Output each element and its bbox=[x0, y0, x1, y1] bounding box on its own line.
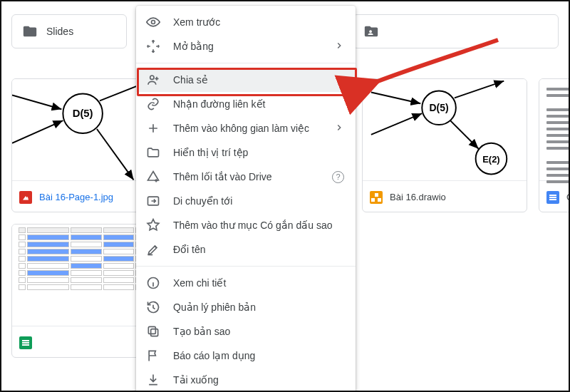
menu-separator bbox=[136, 63, 356, 63]
menu-label: Quản lý phiên bản bbox=[173, 301, 256, 313]
history-icon bbox=[146, 300, 160, 314]
folder-icon bbox=[22, 24, 38, 39]
svg-point-15 bbox=[152, 21, 155, 24]
folder-chip-slides[interactable]: Slides bbox=[11, 14, 127, 48]
sheet-file-icon bbox=[19, 336, 32, 349]
menu-label: Báo cáo lạm dụng bbox=[173, 350, 255, 361]
open-with-icon bbox=[146, 39, 160, 53]
menu-separator bbox=[136, 266, 356, 267]
svg-text:D(5): D(5) bbox=[73, 108, 93, 119]
svg-text:D(5): D(5) bbox=[430, 102, 449, 113]
menu-label: Tải xuống bbox=[173, 374, 219, 386]
menu-label: Xem trước bbox=[173, 16, 220, 28]
menu-item-open-with[interactable]: Mở bằng bbox=[136, 34, 356, 58]
menu-item-versions[interactable]: Quản lý phiên bản bbox=[136, 295, 356, 319]
menu-label: Nhận đường liên kết bbox=[173, 98, 265, 110]
rename-icon bbox=[146, 242, 160, 257]
file-name: Bài 16-Page-1.jpg bbox=[39, 192, 113, 202]
menu-item-make-copy[interactable]: Tạo bản sao bbox=[136, 319, 356, 344]
file-thumbnail bbox=[539, 79, 570, 180]
context-menu: Xem trước Mở bằng Chia sẻ Nhận đường liê… bbox=[136, 6, 356, 392]
menu-label: Hiển thị vị trí tệp bbox=[173, 147, 248, 158]
menu-label: Tạo bản sao bbox=[173, 326, 230, 337]
eye-icon bbox=[146, 15, 160, 29]
svg-line-4 bbox=[12, 120, 63, 143]
drawio-file-icon bbox=[370, 191, 383, 204]
file-name: Chăm sóc khách hàng bbox=[566, 192, 570, 202]
chip-label: Slides bbox=[46, 26, 73, 37]
svg-rect-20 bbox=[148, 326, 155, 334]
chevron-right-icon bbox=[334, 41, 344, 53]
download-icon bbox=[146, 373, 160, 387]
menu-item-show-location[interactable]: Hiển thị vị trí tệp bbox=[136, 140, 356, 165]
svg-line-11 bbox=[371, 92, 420, 103]
link-icon bbox=[146, 97, 160, 111]
svg-line-3 bbox=[12, 95, 61, 109]
star-icon bbox=[146, 218, 160, 232]
menu-item-get-link[interactable]: Nhận đường liên kết bbox=[136, 92, 356, 116]
svg-point-16 bbox=[150, 76, 154, 79]
svg-line-6 bbox=[97, 129, 134, 180]
svg-text:E(2): E(2) bbox=[482, 154, 499, 165]
drive-shortcut-icon bbox=[146, 170, 160, 184]
menu-item-details[interactable]: Xem chi tiết bbox=[136, 271, 356, 295]
menu-item-share[interactable]: Chia sẻ bbox=[136, 68, 356, 92]
file-meta: Chăm sóc khách hàng bbox=[539, 180, 570, 212]
folder-outline-icon bbox=[146, 145, 160, 160]
file-name: Bài 16.drawio bbox=[390, 192, 446, 202]
svg-line-12 bbox=[371, 113, 422, 135]
flag-icon bbox=[146, 349, 160, 363]
image-file-icon bbox=[19, 191, 32, 204]
chevron-right-icon bbox=[334, 123, 344, 135]
doc-file-icon bbox=[546, 191, 559, 204]
menu-label: Mở bằng bbox=[173, 41, 214, 52]
menu-label: Đổi tên bbox=[173, 244, 206, 255]
menu-label: Thêm vào không gian làm việc bbox=[173, 123, 309, 134]
info-icon bbox=[146, 276, 160, 290]
menu-label: Di chuyển tới bbox=[173, 195, 232, 207]
menu-item-add-workspace[interactable]: Thêm vào không gian làm việc bbox=[136, 116, 356, 140]
svg-rect-19 bbox=[151, 329, 158, 336]
menu-item-download[interactable]: Tải xuống bbox=[136, 368, 356, 392]
menu-item-preview[interactable]: Xem trước bbox=[136, 10, 356, 34]
file-card-drawio[interactable]: D(5) E(2) Bài 16.drawio bbox=[362, 78, 527, 212]
file-card-doc[interactable]: Chăm sóc khách hàng bbox=[539, 78, 570, 212]
menu-label: Xem chi tiết bbox=[173, 277, 226, 289]
copy-icon bbox=[146, 324, 160, 339]
menu-item-add-star[interactable]: Thêm vào thư mục Có gắn dấu sao bbox=[136, 213, 356, 237]
menu-item-rename[interactable]: Đổi tên bbox=[136, 237, 356, 262]
plus-icon bbox=[146, 121, 160, 135]
file-meta: Bài 16.drawio bbox=[363, 180, 527, 212]
person-add-icon bbox=[146, 73, 160, 87]
svg-line-14 bbox=[450, 120, 479, 149]
svg-point-0 bbox=[369, 30, 372, 33]
file-thumbnail: D(5) E(2) bbox=[363, 79, 527, 180]
menu-label: Chia sẻ bbox=[173, 74, 208, 86]
svg-line-13 bbox=[455, 81, 504, 98]
help-icon[interactable]: ? bbox=[332, 171, 344, 183]
menu-label: Thêm lối tắt vào Drive bbox=[173, 171, 272, 182]
move-to-icon bbox=[146, 194, 160, 208]
menu-item-add-shortcut[interactable]: Thêm lối tắt vào Drive ? bbox=[136, 165, 356, 189]
menu-item-move-to[interactable]: Di chuyển tới bbox=[136, 189, 356, 213]
shared-folder-icon bbox=[363, 24, 379, 39]
menu-label: Thêm vào thư mục Có gắn dấu sao bbox=[173, 220, 333, 231]
menu-item-report-abuse[interactable]: Báo cáo lạm dụng bbox=[136, 344, 356, 368]
folder-chip-shared[interactable]: Được chia sẻ bbox=[353, 14, 559, 48]
